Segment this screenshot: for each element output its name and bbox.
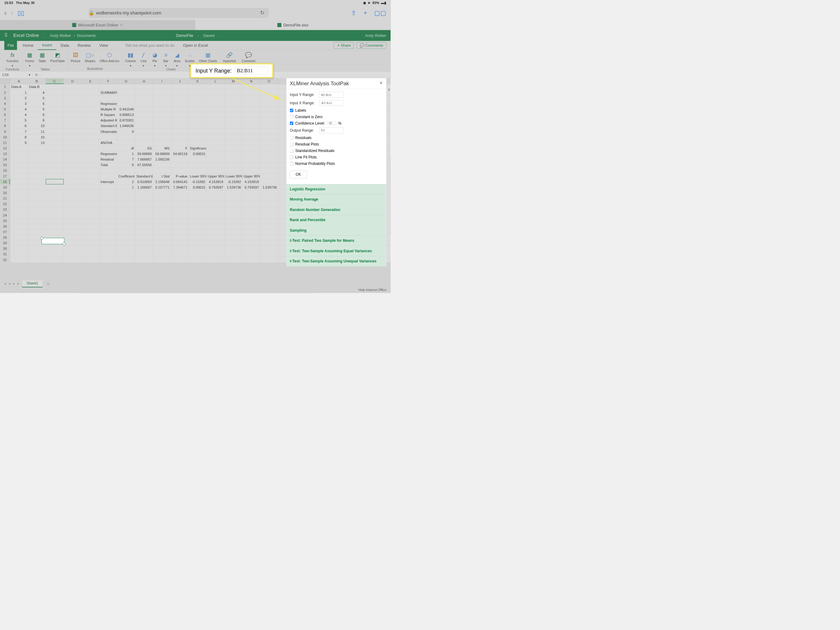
resplots-checkbox[interactable] [290,142,293,146]
cell[interactable] [28,185,46,190]
cell[interactable] [207,129,224,135]
cell[interactable] [82,123,99,128]
analysis-tool-item[interactable]: Rank and Percentile [286,215,386,225]
row-header[interactable]: 26 [0,224,10,229]
cell[interactable] [242,212,260,218]
cell[interactable] [117,251,135,257]
cell[interactable] [260,101,278,106]
cell[interactable] [189,235,207,240]
cell[interactable] [207,101,224,106]
cell[interactable] [82,162,99,168]
cell[interactable] [46,117,64,123]
normprob-checkbox[interactable] [290,162,293,165]
cell[interactable]: P-value [171,174,189,179]
cell[interactable]: Lower 95% [189,174,207,179]
tab-insert[interactable]: Insert [38,41,56,50]
cell[interactable]: 4 [28,90,46,95]
cell[interactable] [82,140,99,146]
cell[interactable] [46,224,64,229]
col-header-D[interactable]: D [64,78,82,84]
cell[interactable] [99,240,117,246]
cell[interactable]: 6 [10,123,28,128]
row-header[interactable]: 28 [0,235,10,240]
cell[interactable] [46,151,64,157]
cell[interactable] [207,162,224,168]
cell[interactable] [242,151,260,157]
cell[interactable] [224,235,242,240]
cell[interactable] [46,112,64,117]
cell[interactable] [28,207,46,212]
user-name[interactable]: Andy Wolber [365,33,386,38]
cell[interactable] [260,135,278,140]
name-box[interactable]: C18▾ [0,73,33,77]
cell[interactable]: 0.870301 [117,117,135,123]
cell[interactable]: ANOVA [99,140,117,146]
cell[interactable]: 59.88889 [135,151,153,157]
cell[interactable] [207,157,224,162]
cell[interactable] [64,129,82,135]
cell[interactable] [46,157,64,162]
cell[interactable] [189,190,207,196]
cell[interactable] [135,101,153,106]
cell[interactable] [207,151,224,157]
cell[interactable] [64,224,82,229]
conflevel-checkbox[interactable] [290,122,293,125]
cell[interactable] [207,146,224,151]
cell[interactable]: Standard E [99,123,117,128]
cell[interactable] [46,123,64,128]
cell[interactable] [99,218,117,224]
cell[interactable]: 3 [10,101,28,106]
cell[interactable]: R Square [99,112,117,117]
cell[interactable]: 13 [28,140,46,146]
ok-button[interactable]: OK [290,171,307,179]
pivot-button[interactable]: ◩PivotTable [50,51,65,67]
cell[interactable] [207,168,224,173]
cell[interactable] [242,101,260,106]
cell[interactable] [242,106,260,112]
cell[interactable] [171,168,189,173]
cell[interactable] [224,168,242,173]
cell[interactable] [224,251,242,257]
cell[interactable] [82,168,99,173]
cell[interactable] [135,246,153,251]
cell[interactable] [242,168,260,173]
cell[interactable] [10,235,28,240]
cell[interactable] [117,190,135,196]
cell[interactable]: 9 [117,129,135,135]
cell[interactable] [207,90,224,95]
cell[interactable] [171,106,189,112]
cell[interactable] [82,235,99,240]
row-header[interactable]: 8 [0,123,10,128]
cell[interactable] [28,190,46,196]
cell[interactable]: 7 [117,157,135,162]
select-all-corner[interactable] [0,78,10,84]
cell[interactable] [82,174,99,179]
cell[interactable] [171,135,189,140]
cell[interactable]: SUMMARY OUTPUT [99,90,117,95]
cell[interactable] [224,146,242,151]
col-header-B[interactable]: B [28,78,46,84]
cell[interactable] [207,207,224,212]
cell[interactable] [224,240,242,246]
open-in-excel[interactable]: Open in Excel [178,41,212,50]
cell[interactable] [135,235,153,240]
pie-chart[interactable]: ◕Pie▾ [151,51,158,67]
cell[interactable] [224,140,242,146]
address-bar[interactable]: 🔒 wolberworks-my.sharepoint.com ↻ [88,8,269,18]
column-chart[interactable]: ▮▮Column▾ [125,51,136,67]
cell[interactable] [207,257,224,263]
cell[interactable] [64,201,82,207]
cell[interactable] [153,135,171,140]
picture-button[interactable]: 🖼Picture [71,51,81,63]
row-header[interactable]: 9 [0,129,10,135]
bar-chart[interactable]: ≡Bar▾ [163,51,169,67]
inserted-shape[interactable] [41,238,64,244]
cell[interactable] [171,101,189,106]
cell[interactable] [99,212,117,218]
cell[interactable] [82,201,99,207]
cell[interactable] [46,212,64,218]
cell[interactable]: 6 [28,112,46,117]
row-header[interactable]: 5 [0,106,10,112]
cell[interactable] [28,229,46,235]
sheet-nav-prev[interactable]: ◂ [9,282,10,285]
